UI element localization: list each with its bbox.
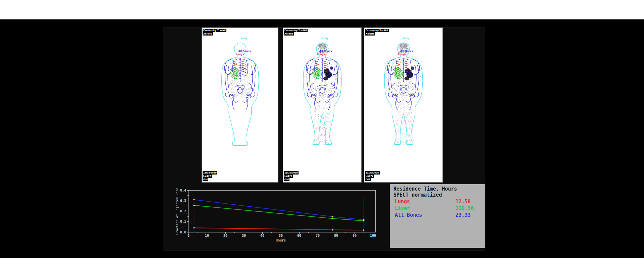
viewport-footer-tags: 11/22/2010 Lu177 GM [365,171,380,181]
svg-text:50: 50 [279,234,283,237]
svg-text:0.3: 0.3 [180,199,186,203]
svg-text:100: 100 [370,234,376,237]
scan-viewport-3[interactable]: Body All Bones Lungs Dosimetry Toolkit X… [364,27,443,183]
lungs-contour-label: Lungs [398,53,406,56]
residence-row-value: 23.33 [455,212,471,218]
xeleris-screen: 01020304050607080901000.00.10.20.30.4Hou… [0,0,644,278]
svg-text:90: 90 [353,234,357,237]
svg-text:0.4: 0.4 [180,189,186,192]
svg-text:0: 0 [187,234,190,237]
viewport-header-tags: Dosimetry Toolkit Xeleris [203,29,226,36]
scan-viewport-1[interactable]: Body All Bones Lungs Dosimetry Toolkit X… [202,27,278,183]
viewport-footer-tags: 11/21/2010 Lu177 GM [284,171,299,181]
residence-panel-subtitle: SPECT normalized [393,192,442,198]
svg-text:Fraction of Injected Dose: Fraction of Injected Dose [175,188,179,234]
residence-panel-title: Residence Time, Hours [393,186,457,192]
toolkit-tag: Dosimetry Toolkit [203,29,226,32]
body-contour-label: Body [403,37,410,40]
svg-text:30: 30 [242,234,246,237]
scan-date-tag: 11/21/2010 [284,171,299,175]
svg-text:40: 40 [260,234,264,237]
mode-tag: GM [284,178,289,181]
svg-text:10: 10 [205,234,209,237]
svg-text:80: 80 [334,234,338,237]
residence-row-label: Lungs [395,199,410,204]
svg-text:0.0: 0.0 [180,230,186,234]
isotope-tag: Lu177 [365,175,374,178]
lungs-contour-label: Lungs [236,53,244,56]
viewport-header-tags: Dosimetry Toolkit Xeleris [284,29,308,36]
svg-text:20: 20 [223,234,227,237]
viewport-footer-tags: 11/18/2010 Lu177 GM [203,171,217,181]
body-contour-label: Body [322,37,328,40]
toolkit-tag: Dosimetry Toolkit [365,29,389,32]
workstation-tag: Xeleris [203,32,213,36]
body-contour-label: Body [240,37,247,40]
svg-text:60: 60 [297,234,301,237]
residence-time-panel: Residence Time, Hours SPECT normalized L… [389,184,486,249]
scan-date-tag: 11/18/2010 [203,171,217,175]
residence-row-label: Liver [395,206,410,211]
scan-viewport-2[interactable]: Body All Bones Lungs Dosimetry Toolkit X… [283,27,362,183]
workstation-tag: Xeleris [284,32,294,36]
bones-contour-label: All Bones [320,50,332,53]
bones-contour-label: All Bones [238,50,251,53]
svg-text:0.2: 0.2 [180,209,186,213]
svg-text:0.1: 0.1 [180,220,186,223]
scan-date-tag: 11/22/2010 [365,171,380,175]
residence-row-label: All Bones [395,212,422,218]
mode-tag: GM [203,178,208,181]
lungs-contour-label: Lungs [317,53,325,56]
residence-row-value: 320.56 [455,206,474,211]
isotope-tag: Lu177 [203,175,212,178]
bones-contour-label: All Bones [401,50,413,53]
svg-text:70: 70 [316,234,320,237]
svg-text:Hours: Hours [276,238,286,242]
toolkit-tag: Dosimetry Toolkit [284,29,308,32]
workstation-tag: Xeleris [365,32,375,36]
viewport-header-tags: Dosimetry Toolkit Xeleris [365,29,389,36]
mode-tag: GM [365,178,371,181]
isotope-tag: Lu177 [284,175,293,178]
residence-row-value: 12.58 [455,199,471,204]
